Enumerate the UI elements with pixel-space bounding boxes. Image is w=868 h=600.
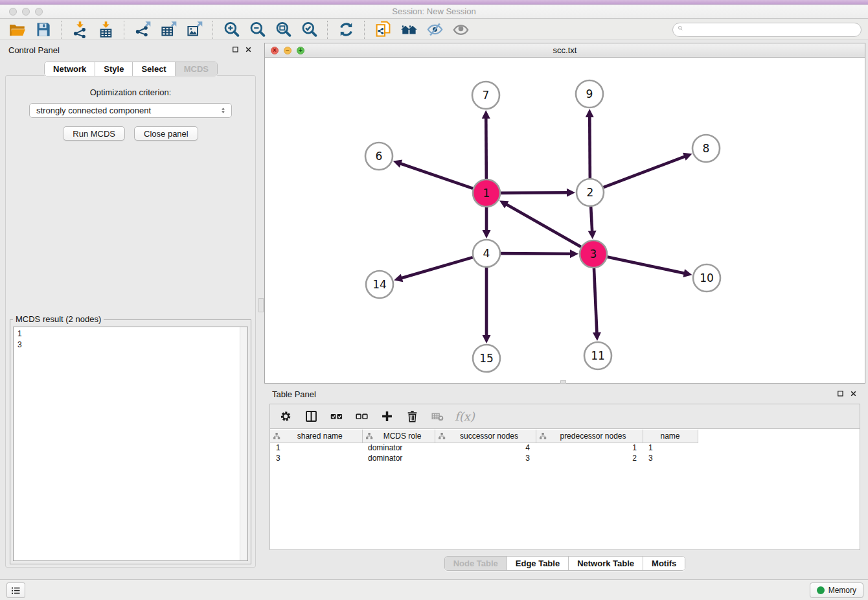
table-cell[interactable]: 2 (536, 453, 643, 463)
save-button[interactable] (30, 20, 56, 40)
close-table-panel-icon[interactable] (849, 389, 858, 398)
edge-3-11[interactable] (593, 268, 601, 341)
table-cell[interactable]: 4 (435, 443, 536, 453)
float-table-panel-icon[interactable] (836, 389, 845, 398)
node-11[interactable]: 11 (584, 342, 611, 369)
tab-style[interactable]: Style (95, 62, 132, 76)
column-header-successor-nodes[interactable]: successor nodes (435, 430, 536, 443)
table-cell[interactable]: 3 (435, 453, 536, 463)
columns-button[interactable] (303, 409, 319, 424)
network-window-titlebar[interactable]: × − + scc.txt (265, 43, 865, 58)
edge-3-1[interactable] (499, 200, 581, 247)
node-7[interactable]: 7 (472, 82, 499, 109)
node-3[interactable]: 3 (580, 240, 607, 268)
network-graph: 7968124314101511 (265, 58, 865, 384)
zoom-fit-icon (275, 21, 292, 38)
tab-edge-table[interactable]: Edge Table (507, 557, 568, 570)
node-2[interactable]: 2 (577, 179, 604, 206)
show-all-button[interactable] (448, 20, 474, 40)
node-label: 8 (703, 142, 710, 155)
tab-node-table[interactable]: Node Table (445, 557, 507, 570)
desktop-strip (0, 0, 868, 5)
result-scrollbar[interactable] (240, 327, 247, 560)
first-neighbors-button[interactable] (396, 20, 422, 40)
tab-network-table[interactable]: Network Table (568, 557, 643, 570)
edge-2-9[interactable] (586, 109, 594, 178)
arrowhead-icon (394, 274, 403, 282)
node-1[interactable]: 1 (473, 179, 500, 207)
add-button[interactable] (379, 409, 394, 424)
trash-button[interactable] (404, 409, 420, 424)
node-14[interactable]: 14 (366, 271, 393, 298)
folder-open-button[interactable] (4, 20, 30, 40)
gear-button[interactable] (278, 409, 293, 424)
memory-button[interactable]: Memory (810, 583, 863, 598)
optimization-criterion-select[interactable]: strongly connected component (29, 103, 232, 118)
import-table-button[interactable] (93, 20, 119, 40)
import-network-button[interactable] (67, 20, 93, 40)
tab-select[interactable]: Select (132, 62, 174, 76)
table-row[interactable]: 3dominator323 (270, 453, 698, 463)
folder-open-icon (8, 21, 26, 38)
node-6[interactable]: 6 (365, 143, 393, 170)
clone-network-button[interactable] (370, 20, 396, 40)
refresh-button[interactable] (333, 20, 359, 40)
table-cell[interactable]: 1 (643, 443, 698, 453)
edge-2-8[interactable] (604, 153, 692, 187)
edge-4-15[interactable] (483, 268, 491, 343)
edge-1-7[interactable] (482, 110, 490, 179)
mcds-result-box[interactable]: 1 3 (13, 327, 248, 561)
deselect-all-button[interactable] (354, 409, 369, 424)
export-network-button[interactable] (130, 20, 155, 40)
edge-1-4[interactable] (483, 207, 491, 238)
table-cell[interactable]: 3 (643, 453, 698, 463)
control-panel-title: Control Panel (8, 45, 60, 55)
list-icon (10, 585, 21, 596)
panel-splitter-handle[interactable] (258, 298, 264, 312)
edge-2-3[interactable] (588, 207, 597, 239)
column-header-shared-name[interactable]: shared name (270, 430, 362, 443)
table-panel-tabs: Node TableEdge TableNetwork TableMotifs (444, 556, 686, 571)
table-cell[interactable]: 1 (536, 443, 643, 453)
export-table-button[interactable] (155, 20, 181, 40)
select-all-button[interactable] (328, 409, 344, 424)
node-table: shared nameMCDS rolesuccessor nodesprede… (270, 430, 698, 463)
column-header-MCDS-role[interactable]: MCDS role (362, 430, 435, 443)
table-viewport[interactable]: shared nameMCDS rolesuccessor nodesprede… (270, 430, 860, 549)
column-header-name[interactable]: name (643, 430, 698, 443)
table-row[interactable]: 1dominator411 (270, 443, 698, 453)
close-panel-icon[interactable] (244, 45, 253, 54)
node-15[interactable]: 15 (473, 345, 500, 372)
zoom-fit-button[interactable] (270, 20, 296, 40)
tab-motifs[interactable]: Motifs (643, 557, 685, 570)
edge-4-3[interactable] (501, 249, 578, 258)
network-canvas[interactable]: 7968124314101511 (265, 58, 865, 383)
view-resize-handle[interactable] (560, 380, 566, 384)
node-label: 3 (590, 248, 597, 260)
edge-3-10[interactable] (608, 257, 692, 277)
export-image-button[interactable] (181, 20, 207, 40)
column-header-predecessor-nodes[interactable]: predecessor nodes (536, 430, 643, 443)
node-10[interactable]: 10 (693, 264, 720, 292)
float-panel-icon[interactable] (231, 45, 240, 54)
table-cell[interactable]: 1 (270, 443, 362, 453)
run-mcds-button[interactable]: Run MCDS (63, 126, 125, 141)
table-cell[interactable]: dominator (362, 453, 435, 463)
edge-4-14[interactable] (394, 257, 473, 282)
edge-1-2[interactable] (501, 189, 575, 197)
tab-mcds[interactable]: MCDS (175, 62, 217, 76)
table-cell[interactable]: 3 (270, 453, 362, 463)
close-panel-button[interactable]: Close panel (134, 126, 198, 141)
hide-selected-button[interactable] (422, 20, 448, 40)
node-4[interactable]: 4 (473, 240, 500, 267)
edge-1-6[interactable] (393, 160, 473, 189)
task-history-button[interactable] (6, 583, 25, 598)
table-cell[interactable]: dominator (362, 443, 435, 453)
zoom-in-button[interactable] (218, 20, 244, 40)
search-input[interactable] (672, 23, 862, 37)
zoom-out-button[interactable] (244, 20, 270, 40)
node-8[interactable]: 8 (692, 135, 720, 162)
tab-network[interactable]: Network (45, 62, 95, 76)
node-9[interactable]: 9 (576, 80, 603, 108)
zoom-selected-button[interactable] (296, 20, 322, 40)
